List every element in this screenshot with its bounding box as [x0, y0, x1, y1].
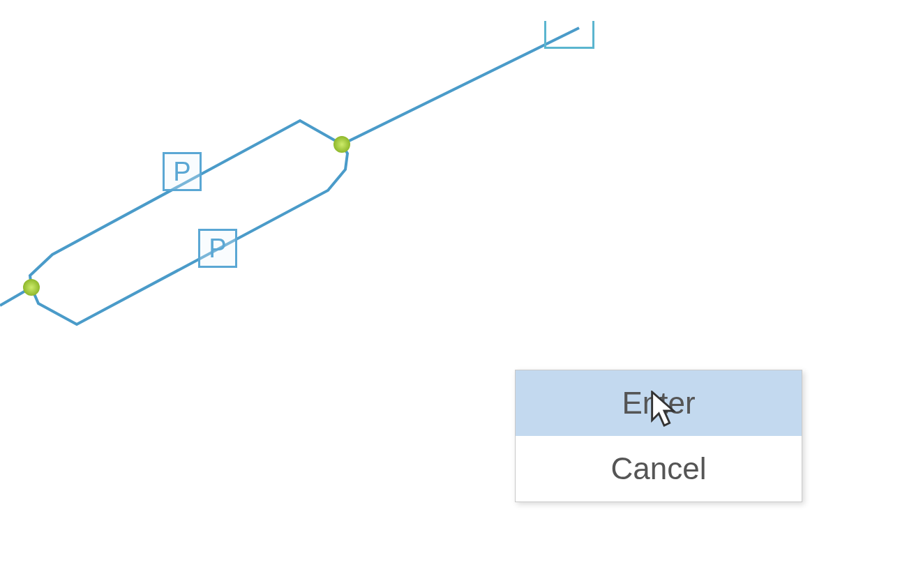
menu-item-label: Enter: [622, 386, 695, 421]
dimension-marker[interactable]: [544, 21, 594, 49]
menu-item-enter[interactable]: Enter: [516, 370, 802, 436]
context-menu: Enter Cancel: [515, 370, 802, 502]
constraint-label: P: [209, 234, 226, 264]
menu-item-label: Cancel: [611, 451, 707, 486]
parallel-constraint-icon[interactable]: P: [163, 152, 202, 191]
sketch-node[interactable]: [333, 136, 350, 153]
menu-item-cancel[interactable]: Cancel: [516, 436, 802, 502]
parallel-constraint-icon[interactable]: P: [198, 229, 237, 268]
sketch-node[interactable]: [23, 279, 40, 296]
svg-line-0: [342, 28, 579, 144]
constraint-label: P: [173, 157, 190, 187]
